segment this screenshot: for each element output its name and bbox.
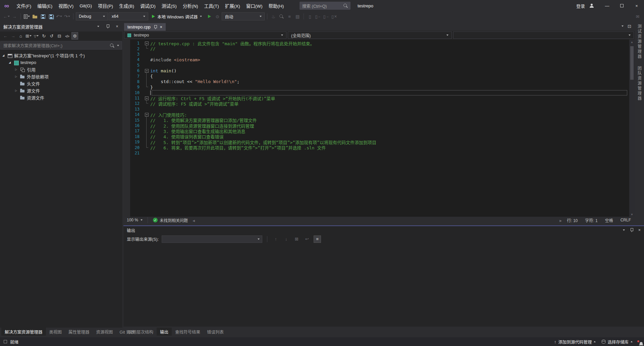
background-tasks-icon[interactable] <box>4 340 7 343</box>
fold-collapse-icon[interactable] <box>145 69 149 73</box>
column-indicator[interactable]: 字符: 1 <box>581 217 601 223</box>
document-tab[interactable]: testrepo.cpp × <box>124 23 166 31</box>
dock-tab[interactable]: 解决方案资源管理器 <box>1 328 46 336</box>
code-line[interactable]: 19// 5. 转到“项目”>“添加新项”以创建新的代码文件，或转到“项目”>“… <box>123 139 629 145</box>
scrollbar-thumb[interactable] <box>630 46 634 80</box>
search-options-icon[interactable] <box>117 45 119 46</box>
fold-column[interactable] <box>143 113 150 117</box>
tree-arrow-icon[interactable]: ◢ <box>8 61 12 64</box>
fold-collapse-icon[interactable] <box>145 96 149 100</box>
quick-search-box[interactable]: 搜索 (Ctrl+Q) <box>300 2 351 10</box>
scroll-left-icon[interactable] <box>193 218 195 223</box>
refresh-icon[interactable] <box>48 32 55 40</box>
switch-views-icon[interactable] <box>25 32 32 40</box>
code-line[interactable]: 20// 6. 将来，若要再次打开此项目，请转到“文件”>“打开”>“项目”并选… <box>123 145 629 150</box>
dock-tab[interactable]: 查找符号结果 <box>172 328 204 336</box>
dock-tab[interactable]: 资源视图 <box>93 328 116 336</box>
code-line[interactable]: 17// 3. 使用输出窗口查看生成输出和其他消息 <box>123 128 629 134</box>
pending-changes-filter-icon[interactable] <box>33 32 40 40</box>
bookmark-clear-icon[interactable] <box>330 12 338 20</box>
scroll-down-icon[interactable]: ▼ <box>631 212 633 217</box>
undo-icon[interactable] <box>55 12 63 20</box>
minimize-button[interactable]: — <box>600 0 614 11</box>
redo-icon[interactable] <box>63 12 71 20</box>
bookmark-previous-icon[interactable] <box>314 12 322 20</box>
menu-item[interactable]: 编辑(E) <box>34 0 55 11</box>
dock-tab[interactable]: 调用层次结构 <box>125 328 157 336</box>
tree-item[interactable]: ◢testrepo <box>0 59 122 66</box>
menu-item[interactable]: 扩展(X) <box>222 0 243 11</box>
menu-item[interactable]: 视图(V) <box>55 0 76 11</box>
editor-horizontal-scrollbar[interactable] <box>191 218 563 223</box>
fold-column[interactable] <box>143 96 150 100</box>
bookmark-toggle-icon[interactable] <box>306 12 314 20</box>
code-line[interactable]: 11// 运行程序: Ctrl + F5 或调试 >“开始执行(不调试)”菜单 <box>123 95 629 101</box>
member-dropdown[interactable] <box>453 31 634 39</box>
home-icon[interactable] <box>17 32 24 40</box>
save-icon[interactable] <box>39 12 47 20</box>
se-forward-icon[interactable] <box>10 32 16 40</box>
code-line[interactable]: 2// <box>123 46 629 51</box>
code-line[interactable]: 8 std::cout << "Hello World!\n"; <box>123 79 629 84</box>
scroll-right-icon[interactable] <box>559 218 562 223</box>
configuration-dropdown[interactable]: Debug <box>76 12 108 20</box>
tree-item[interactable]: 资源文件 <box>0 94 122 101</box>
menu-item[interactable]: 调试(D) <box>137 0 159 11</box>
menu-item[interactable]: Git(G) <box>76 0 95 11</box>
menu-item[interactable]: 项目(P) <box>95 0 116 11</box>
goto-previous-message-icon[interactable] <box>272 235 279 243</box>
watch-mode-dropdown[interactable]: 自动 <box>222 12 265 20</box>
menu-item[interactable]: 生成(B) <box>116 0 137 11</box>
code-line[interactable]: 4#include <iostream> <box>123 57 629 62</box>
pin-icon[interactable] <box>105 24 110 29</box>
hot-reload-icon[interactable] <box>270 12 277 20</box>
menu-item[interactable]: 分析(N) <box>180 0 201 11</box>
tree-item[interactable]: 头文件 <box>0 80 122 87</box>
editor-vertical-scrollbar[interactable]: ▲ ▼ <box>629 40 635 217</box>
code-line[interactable]: 9} <box>123 84 629 90</box>
fold-collapse-icon[interactable] <box>145 113 149 117</box>
tree-item[interactable]: ▷引用 <box>0 66 122 73</box>
navigate-back-icon[interactable] <box>3 12 10 20</box>
tree-arrow-icon[interactable]: ▷ <box>14 89 18 92</box>
tree-item[interactable]: ◢解决方案"testrepo"(1 个项目/共 1 个) <box>0 52 122 59</box>
scope-dropdown[interactable]: (全局范围) <box>288 31 452 39</box>
menu-item[interactable]: 窗口(W) <box>243 0 266 11</box>
fold-column[interactable] <box>143 42 150 45</box>
code-line[interactable]: 12// 调试程序: F5 或调试 >“开始调试”菜单 <box>123 101 629 106</box>
close-panel-icon[interactable]: × <box>638 228 641 232</box>
dock-tab[interactable]: 错误列表 <box>204 328 227 336</box>
start-without-debugging-icon[interactable] <box>206 12 213 20</box>
active-files-dropdown-icon[interactable] <box>622 25 624 27</box>
code-line[interactable]: 18// 4. 使用错误列表窗口查看错误 <box>123 134 629 139</box>
code-line[interactable]: 13 <box>123 107 629 112</box>
dock-tab[interactable]: 输出 <box>157 328 172 336</box>
output-content[interactable] <box>123 244 644 327</box>
vertical-autohide-tab[interactable]: 团队资源管理器 <box>637 66 642 101</box>
start-debugging-button[interactable]: 本地 Windows 调试器 <box>149 12 205 21</box>
tree-item[interactable]: ▷源文件 <box>0 87 122 94</box>
open-file-icon[interactable] <box>31 12 39 20</box>
zoom-dropdown[interactable]: 100 % <box>123 218 146 222</box>
view-code-icon[interactable] <box>64 32 70 40</box>
tree-arrow-icon[interactable]: ▷ <box>14 75 18 78</box>
window-position-icon[interactable] <box>96 24 101 29</box>
tree-arrow-icon[interactable]: ◢ <box>1 54 5 57</box>
new-project-icon[interactable] <box>23 12 31 20</box>
project-dropdown[interactable]: testrepo <box>124 31 286 39</box>
code-line[interactable]: 14// 入门使用技巧: <box>123 112 629 117</box>
tree-item[interactable]: ▷外部依赖项 <box>0 73 122 80</box>
vertical-autohide-tab[interactable]: 测试资源管理器 <box>637 24 642 59</box>
save-all-icon[interactable] <box>47 12 55 20</box>
properties-icon[interactable] <box>71 32 78 40</box>
code-line[interactable]: 7{ <box>123 73 629 79</box>
code-line[interactable]: 3 <box>123 52 629 57</box>
code-line[interactable]: 15// 1. 使用解决方案资源管理器窗口添加/管理文件 <box>123 117 629 123</box>
se-back-icon[interactable] <box>2 32 9 40</box>
visual-studio-logo-icon[interactable]: ∞ <box>0 0 13 11</box>
solution-search-box[interactable]: 搜索解决方案资源管理器(Ctrl+;) <box>0 41 122 50</box>
dock-tab[interactable]: 属性管理器 <box>65 328 93 336</box>
code-line[interactable]: 6int main() <box>123 68 629 73</box>
sign-in-button[interactable]: 登录 <box>576 3 585 9</box>
menu-item[interactable]: 工具(T) <box>201 0 222 11</box>
